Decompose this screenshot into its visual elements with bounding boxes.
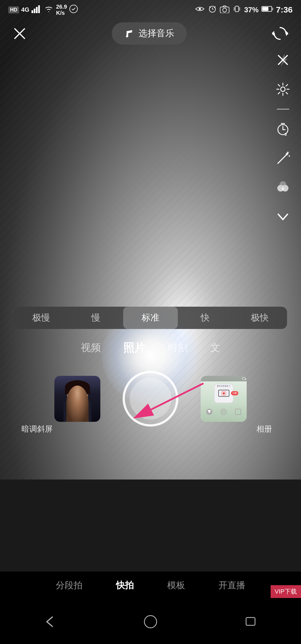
recents-button[interactable] [241, 612, 261, 631]
home-indicator [0, 599, 301, 644]
close-button[interactable] [11, 25, 28, 42]
svg-rect-0 [31, 10, 33, 13]
speed-item-fast[interactable]: 快 [178, 307, 232, 329]
mode-photo[interactable]: 照片 [120, 337, 148, 358]
svg-point-5 [199, 8, 201, 10]
speed-item-normal[interactable]: 标准 [123, 307, 178, 329]
top-action-bar: 选择音乐 [0, 20, 301, 47]
right-sidebar: 3 ✦ ✦ ✦ [273, 50, 293, 227]
signal-bars [31, 5, 42, 15]
alarm-icon [208, 4, 217, 15]
camera-controls: 暂时没有更多了 消删 [0, 371, 301, 427]
sidebar-divider [277, 109, 289, 110]
time-display: 7:36 [276, 5, 293, 14]
back-button[interactable] [40, 612, 60, 631]
camera-icon [220, 5, 230, 15]
flip-camera-button[interactable] [270, 24, 290, 43]
svg-marker-15 [272, 31, 274, 36]
svg-text:✦: ✦ [288, 154, 290, 158]
eye-icon [195, 5, 205, 15]
thumbnail-image [54, 376, 100, 422]
home-button[interactable] [141, 612, 160, 631]
svg-point-8 [223, 8, 227, 12]
vip-watermark: VIP下载 [271, 585, 301, 598]
nav-item-quick-shoot[interactable]: 快拍 [110, 577, 139, 594]
svg-rect-1 [34, 9, 35, 13]
svg-point-28 [280, 181, 286, 188]
settings-button[interactable] [273, 79, 293, 99]
svg-text:3: 3 [285, 132, 287, 136]
svg-point-4 [70, 5, 77, 13]
hd-badge: HD [8, 6, 19, 13]
album-wrapper: 暂时没有更多了 消删 [201, 376, 247, 422]
more-button[interactable] [273, 207, 293, 227]
speed-item-very-fast[interactable]: 极快 [232, 307, 287, 329]
wifi-icon [44, 5, 54, 15]
svg-point-31 [144, 616, 157, 628]
svg-marker-14 [286, 31, 288, 36]
network-indicator: 4G [21, 6, 29, 13]
album-image: 暂时没有更多了 消删 [201, 376, 247, 422]
music-label: 选择音乐 [139, 27, 174, 40]
mode-video[interactable]: 视频 [78, 338, 104, 357]
thumbnail-button[interactable] [54, 376, 100, 422]
svg-rect-32 [246, 618, 255, 625]
mode-moment[interactable]: 时刻 [165, 338, 191, 357]
svg-rect-11 [262, 7, 268, 11]
select-music-button[interactable]: 选择音乐 [112, 22, 187, 45]
timer-button[interactable]: 3 [273, 119, 293, 139]
svg-rect-3 [38, 5, 40, 13]
status-left: HD 4G 26.9K/s [8, 4, 78, 16]
svg-rect-2 [36, 7, 38, 13]
speed-selector: 极慢 慢 标准 快 极快 [14, 307, 287, 329]
flash-button[interactable] [273, 50, 293, 70]
bottom-nav: 分段拍 快拍 模板 开直播 [0, 572, 301, 599]
speed-indicator: 26.9K/s [56, 4, 67, 16]
album-button[interactable]: 暂时没有更多了 消删 [201, 376, 247, 422]
status-right: 37% 7:36 [195, 4, 293, 15]
mode-selector: 视频 照片 时刻 文 [0, 337, 301, 358]
speed-item-slow[interactable]: 慢 [69, 307, 123, 329]
thumbnail-wrapper [54, 376, 100, 422]
battery-icon [261, 5, 273, 14]
nav-item-live[interactable]: 开直播 [213, 577, 251, 594]
vibrate-icon [232, 4, 241, 15]
filters-button[interactable] [273, 178, 293, 197]
svg-point-18 [281, 87, 285, 91]
shutter-button[interactable] [123, 371, 178, 427]
magic-button[interactable]: ✦ ✦ ✦ [273, 149, 293, 168]
nav-item-segmented[interactable]: 分段拍 [50, 577, 88, 594]
speed-item-very-slow[interactable]: 极慢 [14, 307, 69, 329]
nav-item-template[interactable]: 模板 [162, 577, 191, 594]
svg-rect-9 [235, 6, 239, 12]
status-bar: HD 4G 26.9K/s [0, 0, 301, 20]
mode-text[interactable]: 文 [207, 338, 223, 357]
battery-text: 37% [244, 6, 259, 14]
shutter-inner [130, 378, 171, 420]
privacy-icon [69, 4, 78, 15]
